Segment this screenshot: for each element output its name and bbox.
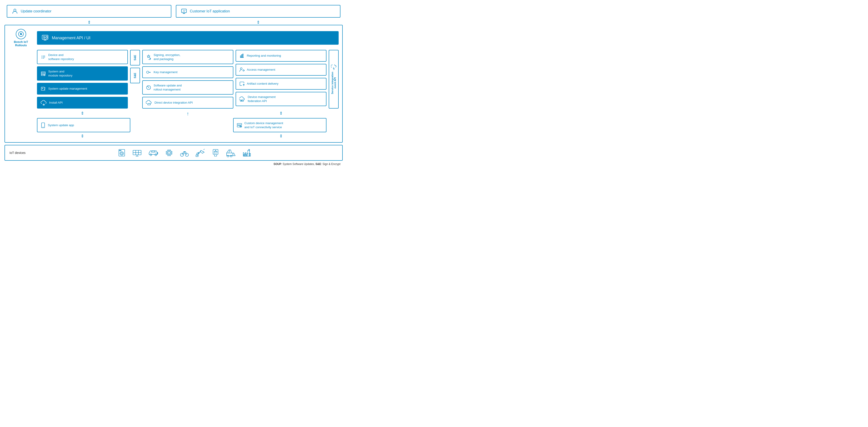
diagram-wrapper: Update coordinator Customer IoT applicat… [4, 5, 343, 166]
svg-rect-5 [46, 36, 48, 38]
svg-rect-12 [41, 72, 45, 73]
customer-iot-label: Customer IoT application [190, 9, 230, 13]
access-management-label: Access management [247, 68, 275, 72]
logo-sub: Rollouts [15, 44, 27, 47]
signing-encryption-box: Signing, encryption, and packaging [142, 50, 233, 64]
install-api-label: Install API [49, 101, 63, 105]
e-bike-icon [180, 148, 189, 157]
se-label-2: S&E [130, 68, 140, 83]
svg-rect-85 [249, 153, 250, 156]
svg-rect-82 [244, 154, 245, 156]
bosch-icon-svg [18, 31, 24, 37]
custom-device-mgmt-box: Custom device management and IoT connect… [233, 118, 327, 132]
se-desc: : Sign & Encrypt [321, 163, 340, 166]
electric-car-icon [148, 148, 158, 157]
service-integration-column: Service integration event API [329, 50, 339, 109]
svg-rect-54 [167, 151, 171, 155]
arrow-left: ⇕ [7, 20, 172, 25]
svg-rect-21 [148, 104, 150, 105]
device-software-repo-box: Device and software repository [37, 50, 128, 64]
iot-devices-label: IoT devices [9, 151, 28, 154]
washing-machine-icon [118, 148, 126, 157]
cloud-device-icon [146, 100, 152, 105]
svg-point-27 [240, 68, 242, 69]
update-coordinator-box: Update coordinator [7, 5, 172, 18]
services-section: Device and software repository System an… [37, 50, 339, 109]
solar-panel-icon [132, 148, 142, 157]
access-management-box: Access management [236, 64, 327, 76]
management-api-label: Management API / UI [52, 36, 90, 40]
svg-point-45 [121, 150, 121, 151]
cloud-connect-icon [40, 100, 47, 105]
svg-point-3 [20, 33, 22, 35]
se-column: S&E S&E [130, 50, 140, 109]
svg-rect-81 [249, 149, 250, 150]
reporting-monitoring-box: Reporting and monitoring [236, 50, 327, 62]
svg-point-0 [14, 9, 16, 11]
reporting-monitoring-label: Reporting and monitoring [247, 54, 281, 58]
left-column: Device and software repository System an… [37, 50, 128, 109]
svg-rect-13 [41, 73, 45, 74]
chip-icon [165, 148, 174, 157]
soup-desc: : System Software Updates, [281, 163, 315, 166]
factory-icon [243, 148, 252, 157]
bar-chart-icon [239, 53, 245, 58]
se-label-1: S&E [130, 50, 140, 65]
bottom-arrow-1: ⇕ [37, 111, 128, 117]
software-update-rollout-label: Software update and rollout management [154, 84, 182, 91]
bottom-arrows-row2: ⇕ ⇕ [37, 134, 339, 139]
direct-device-api-box: Direct device integration API [142, 97, 233, 109]
system-module-repo-label: System and module repository [48, 69, 72, 78]
logo-area: Bosch IoT Rollouts [8, 29, 33, 47]
svg-point-77 [215, 150, 216, 151]
se-label: S&E [315, 163, 321, 166]
top-arrows: ⇕ ⇕ [4, 20, 343, 25]
top-entities-row: Update coordinator Customer IoT applicat… [4, 5, 343, 18]
cloud-device2-icon [239, 96, 246, 102]
svg-rect-24 [240, 56, 241, 58]
server-connect-icon [237, 122, 242, 128]
list-icon [40, 54, 46, 60]
logo-name: Bosch IoT Rollouts [14, 40, 28, 47]
bottom-arrow-2: ↑ [142, 111, 233, 117]
artifact-content-delivery-box: Artifact content delivery [236, 78, 327, 90]
management-api-bar: Management API / UI [37, 31, 339, 45]
server-refresh-icon [40, 86, 46, 91]
right-column: Reporting and monitoring Access manageme… [236, 50, 327, 109]
system-update-mgmt-label: System update management [48, 87, 87, 91]
svg-rect-84 [246, 154, 247, 156]
svg-point-42 [120, 152, 124, 155]
system-module-repo-box: System and module repository [37, 66, 128, 81]
svg-rect-25 [242, 55, 242, 58]
custom-device-mgmt-label: Custom device management and IoT connect… [244, 121, 283, 129]
person-key-icon [239, 67, 245, 73]
service-integration-label: Service integration event API [331, 72, 336, 94]
signing-encryption-icon [146, 54, 151, 60]
bottom-arrow-3: ⇕ [236, 111, 327, 117]
svg-point-15 [44, 75, 45, 76]
key-icon [146, 69, 151, 75]
robot-arm-icon [195, 148, 205, 157]
customer-iot-box: Customer IoT application [176, 5, 340, 18]
construction-vehicle-icon [226, 148, 237, 157]
svg-rect-67 [168, 152, 170, 154]
iot-devices-row: IoT devices [4, 145, 343, 161]
center-column: Signing, encryption, and packaging Key m… [142, 50, 233, 109]
key-management-label: Key management [154, 70, 178, 74]
svg-rect-30 [242, 100, 244, 101]
bottom-boxes-row: System update app Custom device manageme… [37, 118, 339, 132]
signing-encryption-label: Signing, encryption, and packaging [154, 53, 180, 61]
software-update-rollout-box: Software update and rollout management [142, 80, 233, 94]
svg-point-70 [184, 152, 185, 152]
person-icon [12, 8, 18, 15]
system-update-mgmt-box: System update management [37, 83, 128, 94]
svg-text:21°: 21° [214, 151, 218, 154]
box-arrow-icon [239, 81, 245, 86]
bottom-arrows-row: ⇕ ↑ ⇕ [37, 111, 339, 117]
arrow-right: ⇕ [176, 20, 340, 25]
iot-icons-container: 21° [32, 148, 338, 157]
device-software-repo-label: Device and software repository [48, 53, 74, 61]
svg-rect-14 [41, 75, 44, 76]
footer-note: SOUP: System Software Updates, S&E: Sign… [4, 163, 343, 166]
phone-icon [40, 122, 45, 128]
